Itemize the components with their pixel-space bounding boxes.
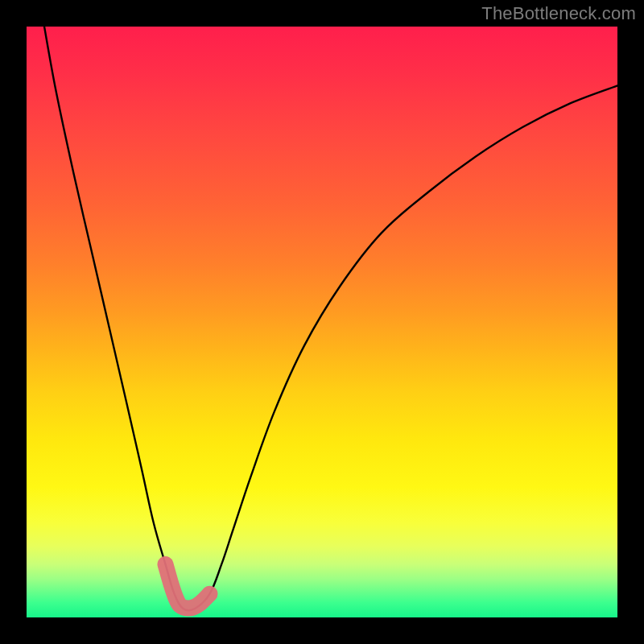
optimal-zone-highlight <box>165 564 209 609</box>
bottleneck-curve <box>44 27 617 610</box>
chart-frame: TheBottleneck.com <box>0 0 644 644</box>
curve-layer <box>27 27 617 617</box>
plot-area <box>27 27 617 617</box>
watermark-text: TheBottleneck.com <box>481 3 636 24</box>
